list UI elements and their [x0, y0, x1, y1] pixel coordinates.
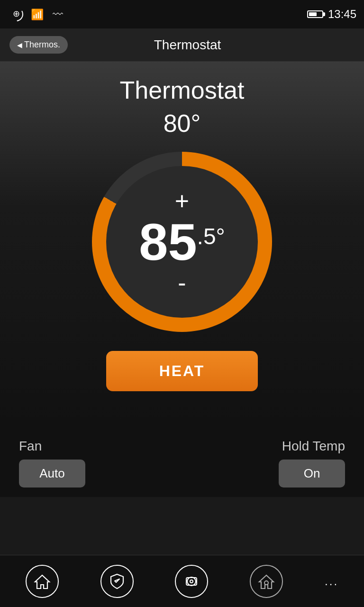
wifi-icon: 📶 — [28, 6, 46, 23]
svg-marker-4 — [35, 575, 49, 589]
time-display: 13:45 — [328, 8, 356, 21]
svg-marker-5 — [115, 579, 119, 582]
device-title: Thermostat — [120, 76, 245, 104]
svg-point-6 — [187, 577, 196, 586]
controls-section: Fan Auto Hold Temp On — [0, 424, 364, 497]
main-content: Thermostat 80° + 85 .5° - HEAT — [0, 62, 364, 424]
status-icons-left: ⊕ 📶 〰 — [8, 6, 66, 23]
status-right: 13:45 — [307, 8, 356, 21]
svg-point-7 — [190, 580, 193, 583]
dial-inner: + 85 .5° - — [106, 166, 258, 318]
fan-control-group: Fan Auto — [19, 439, 85, 487]
svg-text:〰: 〰 — [53, 9, 63, 20]
signal2-icon: 〰 — [49, 6, 66, 23]
shield-icon — [108, 572, 126, 590]
smart-home-icon — [257, 572, 275, 590]
svg-text:📶: 📶 — [31, 8, 44, 21]
navigation-bar: Thermos. Thermostat — [0, 28, 364, 62]
set-temp-decimal: .5° — [197, 225, 225, 248]
hold-temp-button[interactable]: On — [279, 460, 345, 487]
tab-home[interactable] — [26, 565, 59, 598]
set-temperature-display: 85 .5° — [139, 216, 225, 268]
svg-marker-9 — [259, 575, 273, 589]
battery-icon — [307, 10, 323, 18]
signal-icon: ⊕ — [8, 6, 25, 23]
home-icon — [33, 572, 51, 590]
set-temp-main: 85 — [139, 216, 197, 268]
svg-text:⊕: ⊕ — [13, 9, 20, 18]
dial-ring: + 85 .5° - — [92, 152, 272, 332]
svg-point-10 — [264, 581, 268, 585]
more-options[interactable]: ... — [325, 575, 338, 588]
tab-camera[interactable] — [175, 565, 208, 598]
hold-temp-label: Hold Temp — [282, 439, 345, 454]
tab-security[interactable] — [100, 565, 134, 598]
camera-icon — [182, 572, 200, 590]
back-button[interactable]: Thermos. — [9, 36, 68, 54]
fan-button[interactable]: Auto — [19, 460, 85, 487]
tab-bar: ... — [0, 555, 364, 607]
current-temperature: 80° — [164, 109, 201, 138]
status-bar: ⊕ 📶 〰 13:45 — [0, 0, 364, 28]
thermostat-dial: + 85 .5° - — [92, 152, 272, 332]
tab-smart-home[interactable] — [250, 565, 283, 598]
hold-temp-control-group: Hold Temp On — [279, 439, 345, 487]
increase-button[interactable]: + — [175, 189, 189, 213]
fan-label: Fan — [19, 439, 42, 454]
heat-button[interactable]: HEAT — [106, 351, 258, 391]
decrease-button[interactable]: - — [178, 270, 186, 295]
nav-title: Thermostat — [68, 37, 307, 53]
